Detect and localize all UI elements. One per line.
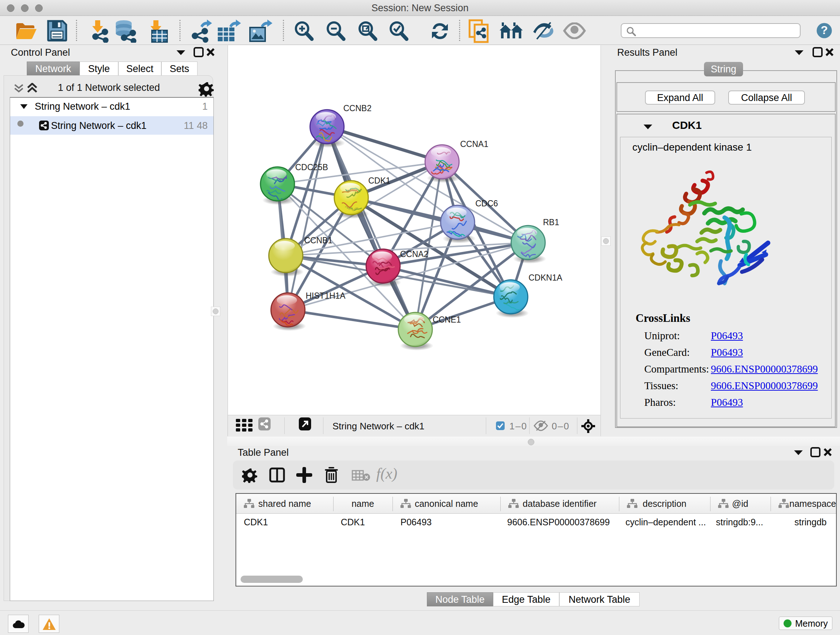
svg-text:CDK1: CDK1 xyxy=(368,176,390,185)
svg-text:CDC25B: CDC25B xyxy=(295,163,328,172)
svg-text:RB1: RB1 xyxy=(543,218,559,227)
svg-text:HIST1H1A: HIST1H1A xyxy=(306,291,346,301)
svg-text:CCNA1: CCNA1 xyxy=(460,139,488,149)
svg-text:CDKN1A: CDKN1A xyxy=(529,273,562,282)
svg-text:CCNB2: CCNB2 xyxy=(343,103,371,113)
svg-text:CDC6: CDC6 xyxy=(475,199,498,208)
svg-text:CCNA2: CCNA2 xyxy=(400,249,428,259)
svg-text:CCNE1: CCNE1 xyxy=(433,315,461,325)
svg-text:?: ? xyxy=(821,24,828,36)
svg-text:CCNB1: CCNB1 xyxy=(304,236,332,245)
